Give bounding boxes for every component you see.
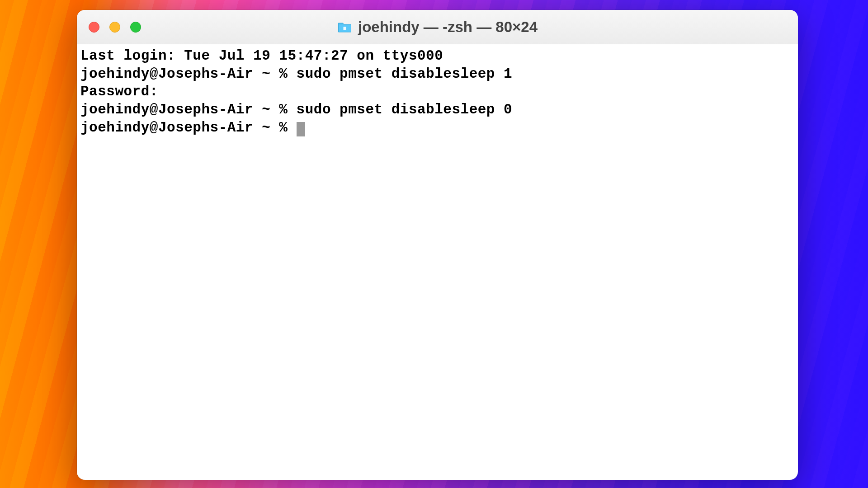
- svg-rect-0: [343, 27, 346, 30]
- terminal-line: joehindy@Josephs-Air ~ % sudo pmset disa…: [80, 65, 794, 83]
- terminal-window: joehindy — -zsh — 80×24 Last login: Tue …: [77, 10, 798, 480]
- maximize-button[interactable]: [130, 22, 141, 33]
- folder-icon: [337, 21, 352, 33]
- terminal-line: Last login: Tue Jul 19 15:47:27 on ttys0…: [80, 47, 794, 65]
- terminal-prompt: joehindy@Josephs-Air ~ %: [80, 120, 297, 136]
- traffic-lights: [77, 22, 141, 33]
- minimize-button[interactable]: [109, 22, 120, 33]
- terminal-line: joehindy@Josephs-Air ~ % sudo pmset disa…: [80, 101, 794, 119]
- title-bar[interactable]: joehindy — -zsh — 80×24: [77, 10, 798, 44]
- terminal-line: Password:: [80, 83, 794, 101]
- terminal-prompt-line: joehindy@Josephs-Air ~ %: [80, 119, 794, 137]
- cursor: [297, 122, 305, 136]
- terminal-content[interactable]: Last login: Tue Jul 19 15:47:27 on ttys0…: [77, 44, 798, 480]
- window-title: joehindy — -zsh — 80×24: [358, 19, 538, 36]
- close-button[interactable]: [89, 22, 99, 33]
- title-center: joehindy — -zsh — 80×24: [337, 19, 538, 36]
